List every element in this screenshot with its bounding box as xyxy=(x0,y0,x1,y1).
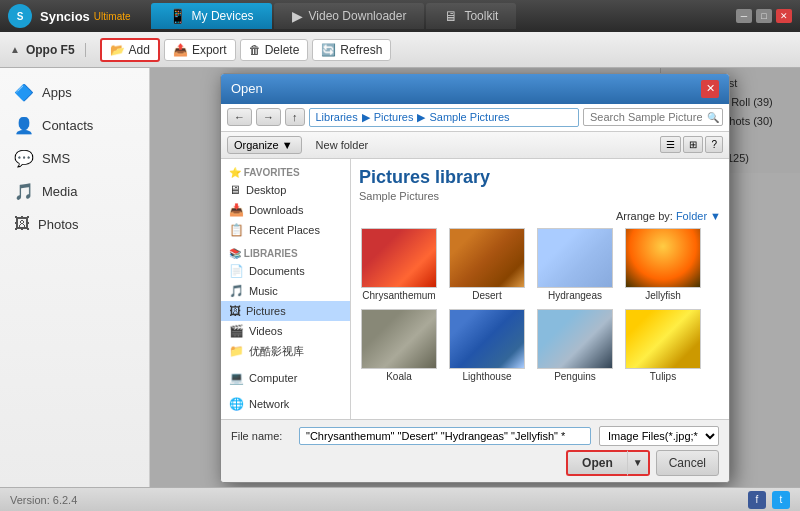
filename-input[interactable] xyxy=(299,427,591,445)
delete-button[interactable]: 🗑 Delete xyxy=(240,39,309,61)
thumb-lighthouse[interactable]: Lighthouse xyxy=(447,309,527,382)
arrange-by-value[interactable]: Folder ▼ xyxy=(676,210,721,222)
window-controls: ─ □ ✕ xyxy=(736,9,792,23)
dialog-address-bar: ← → ↑ Libraries ▶ Pictures ▶ Sample Pict… xyxy=(221,104,729,132)
tab-toolkit[interactable]: 🖥 Toolkit xyxy=(426,3,516,29)
tab-my-devices[interactable]: 📱 My Devices xyxy=(151,3,272,29)
cancel-button[interactable]: Cancel xyxy=(656,450,719,476)
path-separator-1: ▶ xyxy=(362,111,370,124)
filetype-select[interactable]: Image Files(*.jpg;*.jpeg;*.png;*. xyxy=(599,426,719,446)
dialog-close-button[interactable]: ✕ xyxy=(701,80,719,98)
export-icon: 📤 xyxy=(173,43,188,57)
view-help-button[interactable]: ? xyxy=(705,136,723,153)
tab-video-downloader[interactable]: ▶ Video Downloader xyxy=(274,3,425,29)
computer-icon: 💻 xyxy=(229,371,244,385)
dialog-title-bar: Open ✕ xyxy=(221,74,729,104)
contacts-label: Contacts xyxy=(42,118,93,133)
sidebar-item-photos[interactable]: 🖼 Photos xyxy=(0,208,149,240)
koala-image xyxy=(361,309,437,369)
apps-label: Apps xyxy=(42,85,72,100)
media-label: Media xyxy=(42,184,77,199)
addr-up-button[interactable]: ↑ xyxy=(285,108,305,126)
path-separator-2: ▶ xyxy=(417,111,425,124)
close-button[interactable]: ✕ xyxy=(776,9,792,23)
add-button[interactable]: 📂 Add xyxy=(100,38,160,62)
sidebar-pictures[interactable]: 🖼 Pictures xyxy=(221,301,350,321)
sidebar-network[interactable]: 🌐 Network xyxy=(221,394,350,414)
photos-label: Photos xyxy=(38,217,78,232)
refresh-button[interactable]: 🔄 Refresh xyxy=(312,39,391,61)
thumb-penguins[interactable]: Penguins xyxy=(535,309,615,382)
sidebar-documents[interactable]: 📄 Documents xyxy=(221,261,350,281)
thumb-tulips[interactable]: Tulips xyxy=(623,309,703,382)
dialog-main-content: Pictures library Sample Pictures Arrange… xyxy=(351,159,729,419)
sidebar-item-apps[interactable]: 🔷 Apps xyxy=(0,76,149,109)
app-name: Syncios xyxy=(40,9,90,24)
sidebar-item-sms[interactable]: 💬 SMS xyxy=(0,142,149,175)
dialog-buttons: Open ▼ Cancel xyxy=(231,450,719,476)
sidebar-downloads[interactable]: 📥 Downloads xyxy=(221,200,350,220)
open-label: Open xyxy=(582,456,613,470)
videos-icon: 🎬 xyxy=(229,324,244,338)
minimize-button[interactable]: ─ xyxy=(736,9,752,23)
sms-label: SMS xyxy=(42,151,70,166)
koala-label: Koala xyxy=(386,371,412,382)
open-button[interactable]: Open xyxy=(566,450,627,476)
computer-label: Computer xyxy=(249,372,297,384)
arrange-by-control[interactable]: Arrange by: Folder ▼ xyxy=(359,210,721,222)
app-edition: Ultimate xyxy=(94,11,131,22)
twitter-icon[interactable]: t xyxy=(772,491,790,509)
addr-back-button[interactable]: ← xyxy=(227,108,252,126)
view-list-button[interactable]: ☰ xyxy=(660,136,681,153)
open-arrow-icon: ▼ xyxy=(633,457,643,468)
view-grid-button[interactable]: ⊞ xyxy=(683,136,703,153)
export-button[interactable]: 📤 Export xyxy=(164,39,236,61)
sidebar-videos[interactable]: 🎬 Videos xyxy=(221,321,350,341)
social-icons: f t xyxy=(748,491,790,509)
tulips-label: Tulips xyxy=(650,371,676,382)
refresh-icon: 🔄 xyxy=(321,43,336,57)
path-part-1[interactable]: Libraries xyxy=(316,111,358,123)
organize-button[interactable]: Organize ▼ xyxy=(227,136,302,154)
favorites-header: ⭐ Favorites xyxy=(221,165,350,180)
refresh-label: Refresh xyxy=(340,43,382,57)
penguins-image xyxy=(537,309,613,369)
thumb-koala[interactable]: Koala xyxy=(359,309,439,382)
sidebar-item-media[interactable]: 🎵 Media xyxy=(0,175,149,208)
open-dropdown-button[interactable]: ▼ xyxy=(627,450,650,476)
nav-tabs: 📱 My Devices ▶ Video Downloader 🖥 Toolki… xyxy=(151,3,736,29)
pictures-label: Pictures xyxy=(246,305,286,317)
main-area: 🔷 Apps 👤 Contacts 💬 SMS 🎵 Media 🖼 Photos… xyxy=(0,68,800,487)
documents-icon: 📄 xyxy=(229,264,244,278)
maximize-button[interactable]: □ xyxy=(756,9,772,23)
sidebar-recent-places[interactable]: 📋 Recent Places xyxy=(221,220,350,240)
thumb-jellyfish[interactable]: Jellyfish xyxy=(623,228,703,301)
chrysanthemum-image xyxy=(361,228,437,288)
thumb-desert[interactable]: Desert xyxy=(447,228,527,301)
file-dialog: Open ✕ ← → ↑ Libraries ▶ Pictures ▶ Samp… xyxy=(220,73,730,483)
sidebar-computer[interactable]: 💻 Computer xyxy=(221,368,350,388)
libraries-section: 📚 Libraries 📄 Documents 🎵 Music 🖼 xyxy=(221,246,350,362)
facebook-icon[interactable]: f xyxy=(748,491,766,509)
music-icon: 🎵 xyxy=(229,284,244,298)
sidebar-music[interactable]: 🎵 Music xyxy=(221,281,350,301)
addr-forward-button[interactable]: → xyxy=(256,108,281,126)
new-folder-button[interactable]: New folder xyxy=(310,137,375,153)
search-input[interactable] xyxy=(583,108,723,126)
dialog-footer: File name: Image Files(*.jpg;*.jpeg;*.pn… xyxy=(221,419,729,482)
tulips-image xyxy=(625,309,701,369)
device-up-arrow[interactable]: ▲ xyxy=(10,44,20,55)
thumb-hydrangeas[interactable]: Hydrangeas xyxy=(535,228,615,301)
photos-icon: 🖼 xyxy=(14,215,30,233)
sidebar-youku[interactable]: 📁 优酷影视库 xyxy=(221,341,350,362)
address-path[interactable]: Libraries ▶ Pictures ▶ Sample Pictures xyxy=(309,108,580,127)
downloads-icon: 📥 xyxy=(229,203,244,217)
sidebar-item-contacts[interactable]: 👤 Contacts xyxy=(0,109,149,142)
lighthouse-label: Lighthouse xyxy=(463,371,512,382)
thumbnail-grid: Chrysanthemum Desert Hydrangeas xyxy=(359,228,721,382)
path-part-3[interactable]: Sample Pictures xyxy=(429,111,509,123)
thumb-chrysanthemum[interactable]: Chrysanthemum xyxy=(359,228,439,301)
path-part-2[interactable]: Pictures xyxy=(374,111,414,123)
jellyfish-image xyxy=(625,228,701,288)
sidebar-desktop[interactable]: 🖥 Desktop xyxy=(221,180,350,200)
